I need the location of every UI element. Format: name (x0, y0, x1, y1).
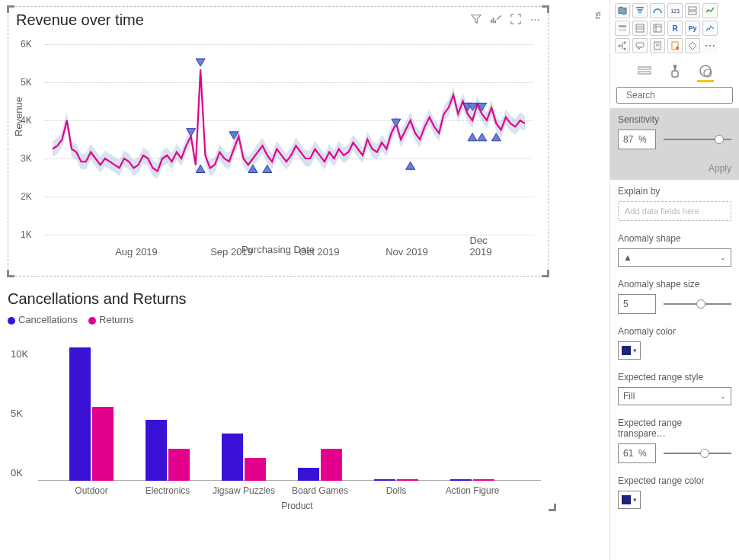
y-tick: 0K (11, 467, 23, 478)
chevron-down-icon: ⌄ (720, 254, 726, 261)
range-transp-slider[interactable] (664, 453, 731, 454)
bar[interactable] (69, 347, 91, 481)
viz-key-influencers-icon[interactable] (702, 21, 718, 36)
shape-size-slider[interactable] (664, 303, 731, 305)
viz-multirow-card-icon[interactable] (685, 3, 700, 18)
selection-corner (542, 5, 549, 13)
bar[interactable] (245, 458, 266, 481)
resize-handle[interactable] (549, 504, 556, 511)
x-tick: Outdoor (75, 485, 107, 496)
section-label: Expected range style (618, 372, 731, 382)
svg-rect-9 (619, 29, 626, 31)
dropdown-value: ▲ (623, 252, 632, 263)
bar[interactable] (92, 407, 114, 481)
y-tick: 5K (21, 77, 32, 88)
line-chart-svg (45, 37, 533, 242)
report-canvas: Revenue over time ⋯ Revenue 6K 5K 4K 3K … (0, 0, 587, 560)
chevron-down-icon: ⌄ (720, 392, 726, 400)
svg-rect-10 (636, 24, 644, 32)
viz-matrix-icon[interactable] (650, 21, 665, 36)
explain-by-field-well[interactable]: Add data fields here (618, 201, 731, 221)
bar-group[interactable] (442, 479, 503, 481)
range-style-dropdown[interactable]: Fill ⌄ (618, 387, 731, 405)
bar[interactable] (298, 468, 319, 481)
bar-group[interactable] (366, 479, 427, 481)
viz-funnel-icon[interactable] (632, 3, 648, 18)
y-tick: 4K (21, 115, 32, 126)
viz-decomposition-icon[interactable] (615, 38, 630, 53)
chart-title: Revenue over time (8, 7, 548, 30)
range-transp-input[interactable]: 61 % (618, 443, 656, 463)
bar[interactable] (222, 434, 243, 481)
chart-pencil-icon[interactable] (490, 13, 502, 25)
search-input[interactable] (626, 90, 739, 101)
svg-rect-3 (636, 7, 644, 8)
range-color-picker[interactable]: ▾ (618, 491, 641, 509)
bar[interactable] (450, 479, 472, 481)
y-tick: 10K (11, 348, 28, 360)
x-tick: Oct 2019 (299, 246, 340, 258)
svg-rect-2 (494, 21, 496, 24)
bar[interactable] (473, 479, 494, 481)
viz-kpi-icon[interactable] (702, 3, 718, 18)
apply-button[interactable]: Apply (709, 163, 731, 174)
chart-legend: Cancellations Returns (8, 314, 556, 325)
x-tick: Jigsaw Puzzles (213, 485, 275, 496)
viz-slicer-icon[interactable] (615, 21, 630, 36)
x-tick: Electronics (146, 485, 190, 496)
focus-mode-icon[interactable] (510, 13, 522, 25)
bar-group[interactable] (137, 420, 198, 481)
viz-get-more-icon[interactable]: ⋯ (702, 38, 718, 53)
bar[interactable] (321, 449, 342, 481)
viz-filled-map-icon[interactable] (615, 3, 630, 18)
visual-cancellations-returns[interactable]: Cancellations and Returns Cancellations … (8, 290, 556, 511)
bar-plot-area: 0K 5K 10K OutdoorElectronicsJigsaw Puzzl… (38, 339, 541, 491)
section-label: Anomaly shape (618, 233, 731, 244)
svg-point-19 (624, 42, 626, 44)
section-label: Expected range color (618, 475, 731, 486)
bar-group[interactable] (61, 347, 122, 481)
viz-python-icon[interactable]: Py (685, 21, 700, 36)
y-tick: 1K (21, 229, 32, 240)
analytics-tab-icon[interactable] (697, 62, 714, 79)
viz-card-icon[interactable]: 123 (667, 3, 683, 18)
svg-rect-7 (689, 11, 696, 14)
bar-group[interactable] (213, 434, 274, 481)
chevron-down-icon: ▾ (633, 496, 637, 504)
svg-rect-13 (654, 24, 661, 32)
bar[interactable] (168, 449, 190, 481)
visual-revenue-over-time[interactable]: Revenue over time ⋯ Revenue 6K 5K 4K 3K … (8, 6, 549, 277)
bar[interactable] (374, 479, 395, 481)
filter-icon[interactable] (470, 13, 482, 25)
section-label: Expected range transpare… (618, 418, 731, 439)
anomaly-color-picker[interactable]: ▾ (618, 341, 641, 360)
viz-qna-icon[interactable] (632, 38, 648, 53)
viz-narrative-icon[interactable] (650, 38, 665, 53)
sensitivity-slider[interactable] (664, 139, 731, 140)
x-tick: Board Games (292, 485, 348, 496)
svg-rect-28 (638, 72, 651, 74)
section-label: Anomaly color (618, 326, 731, 337)
more-options-icon[interactable]: ⋯ (529, 13, 542, 25)
bar[interactable] (146, 420, 167, 481)
viz-r-icon[interactable]: R (667, 21, 683, 36)
viz-gauge-icon[interactable] (650, 3, 665, 18)
format-tab-icon[interactable] (667, 62, 683, 79)
shape-size-input[interactable]: 5 (618, 294, 656, 314)
viz-powerapps-icon[interactable] (685, 38, 700, 53)
fields-tab-icon[interactable] (636, 62, 653, 79)
svg-point-32 (700, 66, 711, 76)
search-box[interactable] (616, 87, 733, 104)
viz-paginated-icon[interactable] (667, 38, 683, 53)
bar[interactable] (397, 479, 418, 481)
viz-table-icon[interactable] (632, 21, 648, 36)
y-tick: 5K (11, 408, 23, 419)
section-label: Sensitivity (618, 114, 731, 125)
bar-group[interactable] (290, 449, 350, 481)
legend-item[interactable]: Cancellations (8, 314, 78, 325)
sensitivity-input[interactable]: 87 % (618, 130, 656, 149)
legend-item[interactable]: Returns (88, 314, 134, 325)
anomaly-shape-dropdown[interactable]: ▲ ⌄ (618, 248, 731, 267)
collapsed-pane-tab[interactable]: rs (593, 0, 608, 30)
selection-corner (7, 270, 14, 277)
